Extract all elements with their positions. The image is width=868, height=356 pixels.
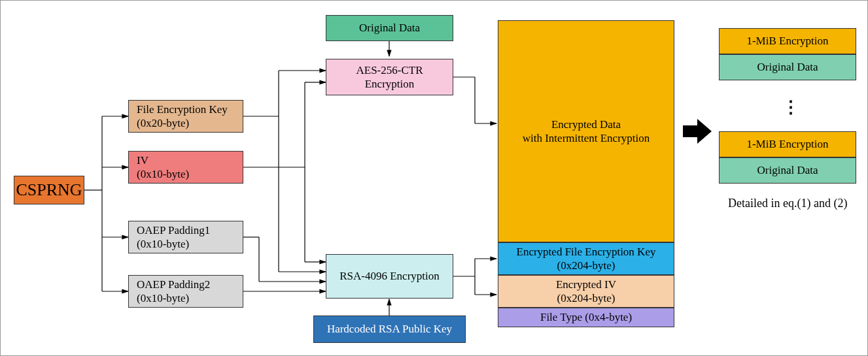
- enc-key-l1: Encrypted File Encryption Key: [517, 246, 656, 258]
- oaep2-l1: OAEP Padding2: [137, 278, 210, 291]
- enc-data-l1: Encrypted Data: [551, 118, 621, 131]
- aes-node: AES-256-CTR Encryption: [326, 59, 453, 95]
- detail-caption: Detailed in eq.(1) and (2): [728, 197, 847, 210]
- oaep1-l1: OAEP Padding1: [137, 224, 210, 236]
- original-data-node: Original Data: [326, 15, 453, 41]
- csprng-node: CSPRNG: [14, 176, 84, 204]
- csprng-label: CSPRNG: [16, 180, 82, 201]
- rsa-label: RSA-4096 Encryption: [339, 269, 440, 283]
- oaep1-l2: (0x10-byte): [137, 238, 189, 250]
- detail-block-1mib-bottom: 1-MiB Encryption: [719, 131, 856, 157]
- diagram-canvas: CSPRNG File Encryption Key (0x20-byte) I…: [0, 0, 868, 356]
- file-encryption-key-node: File Encryption Key (0x20-byte): [128, 100, 243, 133]
- enc-iv-l1: Encrypted IV: [556, 278, 616, 291]
- detail-orig-top-label: Original Data: [757, 60, 818, 74]
- detail-block-orig-top: Original Data: [719, 54, 856, 80]
- enc-key-l2: (0x204-byte): [557, 259, 616, 272]
- vertical-dots-icon: ⋮: [782, 97, 799, 118]
- detail-orig-bottom-label: Original Data: [757, 163, 818, 177]
- rsa-pubkey-label: Hardcoded RSA Public Key: [327, 322, 452, 336]
- encrypted-iv-block: Encrypted IV (0x204-byte): [498, 275, 674, 308]
- enc-iv-l2: (0x204-byte): [557, 292, 616, 304]
- big-arrow-icon: [681, 117, 714, 148]
- original-data-label: Original Data: [359, 21, 420, 35]
- oaep2-node: OAEP Padding2 (0x10-byte): [128, 275, 243, 308]
- rsa-pubkey-node: Hardcoded RSA Public Key: [313, 316, 466, 343]
- file-key-l1: File Encryption Key: [137, 103, 228, 116]
- rsa-node: RSA-4096 Encryption: [326, 254, 453, 299]
- encrypted-key-block: Encrypted File Encryption Key (0x204-byt…: [498, 242, 674, 275]
- detail-1mib-bottom-label: 1-MiB Encryption: [746, 137, 828, 151]
- oaep1-node: OAEP Padding1 (0x10-byte): [128, 221, 243, 253]
- aes-l1: AES-256-CTR: [356, 64, 423, 76]
- file-type-block: File Type (0x4-byte): [498, 308, 674, 327]
- oaep2-l2: (0x10-byte): [137, 292, 189, 304]
- file-type-label: File Type (0x4-byte): [540, 310, 632, 324]
- detail-1mib-top-label: 1-MiB Encryption: [746, 34, 828, 48]
- encrypted-data-block: Encrypted Data with Intermittent Encrypt…: [498, 20, 674, 242]
- aes-l2: Encryption: [365, 78, 415, 90]
- file-key-l2: (0x20-byte): [137, 117, 189, 129]
- detail-block-1mib-top: 1-MiB Encryption: [719, 28, 856, 54]
- enc-data-l2: with Intermittent Encryption: [523, 132, 650, 144]
- detail-block-orig-bottom: Original Data: [719, 157, 856, 184]
- iv-node: IV (0x10-byte): [128, 151, 243, 184]
- iv-l2: (0x10-byte): [137, 168, 189, 180]
- iv-l1: IV: [137, 154, 148, 167]
